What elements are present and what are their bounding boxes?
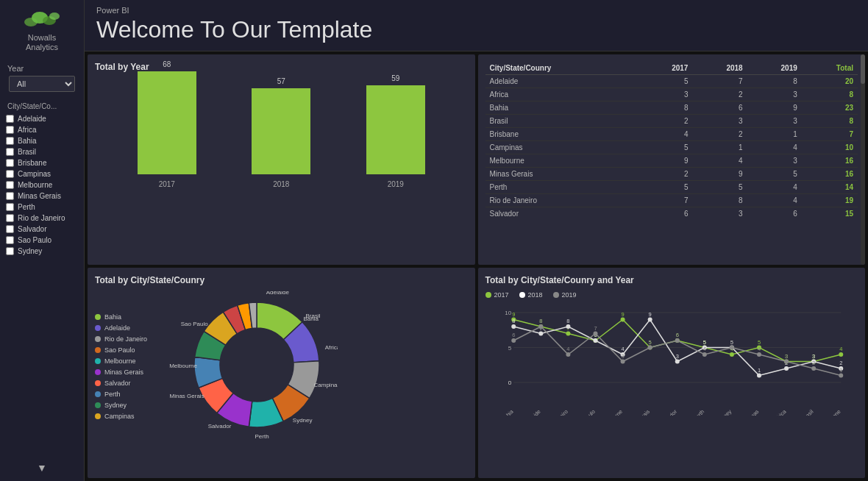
table-cell: 5: [692, 181, 747, 194]
table-card: City/State/Counry201720182019TotalAdelai…: [478, 54, 866, 265]
data-value-label: 5: [648, 339, 651, 346]
table-cell: 2: [638, 168, 692, 181]
legend-label: Adelaide: [104, 324, 130, 332]
line-chart: 0510987695654533487864935512326847356454…: [485, 302, 858, 419]
table-cell: 1: [747, 128, 802, 141]
bar-year-label: 2019: [388, 180, 404, 188]
x-axis-label: Minas Gerais: [623, 408, 651, 416]
table-row: Minas Gerais29516: [485, 168, 858, 181]
sidebar-list-item[interactable]: Sao Paulo: [6, 236, 78, 244]
donut-chart-title: Total by City/State/Counry: [95, 275, 468, 285]
data-point: [839, 374, 843, 378]
data-point: [647, 346, 652, 350]
page-title: Welcome To Our Template: [96, 16, 856, 43]
sidebar-list-item[interactable]: Perth: [6, 203, 78, 211]
x-axis-label: Campinas: [738, 408, 760, 416]
sidebar-list-item[interactable]: Africa: [6, 126, 78, 134]
x-axis-label: Rio de Janeiro: [539, 408, 569, 416]
sidebar-list-item[interactable]: Melbourne: [6, 181, 78, 189]
svg-text:5: 5: [508, 345, 511, 352]
year-filter-select[interactable]: All 2017 2018 2019: [9, 76, 75, 92]
donut-legend-item: Rio de Janeiro: [95, 335, 154, 343]
data-point: [566, 332, 570, 336]
table-row: Africa3238: [485, 88, 858, 101]
sidebar-list-item[interactable]: Campinas: [6, 170, 78, 178]
sidebar-list-item[interactable]: Salvador: [6, 225, 78, 233]
bar-year-label: 2017: [159, 180, 175, 188]
table-cell: Bahia: [485, 101, 638, 115]
table-header: 2019: [747, 62, 802, 75]
data-value-label: 3: [812, 353, 815, 360]
data-value-label: 9: [621, 311, 624, 318]
data-point: [566, 352, 570, 357]
donut-label: Sydney: [293, 417, 313, 424]
donut-label: Campinas: [314, 382, 338, 388]
data-value-label: 5: [757, 339, 760, 346]
data-point: [757, 352, 761, 357]
sidebar-list-item[interactable]: Brasil: [6, 148, 78, 156]
x-axis-label: Bahia: [499, 407, 515, 416]
scrollbar[interactable]: [861, 54, 865, 265]
donut-legend-item: Bahia: [95, 313, 154, 321]
table-cell: Rio de Janeiro: [485, 194, 638, 207]
sidebar-list-item[interactable]: Minas Gerais: [6, 192, 78, 200]
data-point: [511, 324, 516, 329]
data-value-label: 9: [512, 311, 515, 318]
donut-legend-item: Melbourne: [95, 357, 154, 365]
table-cell: 9: [638, 154, 692, 168]
data-value-label: 2: [812, 360, 815, 366]
table-header: City/State/Counry: [485, 62, 638, 75]
table-scroll[interactable]: City/State/Counry201720182019TotalAdelai…: [485, 62, 858, 216]
legend-dot: [95, 391, 101, 397]
table-cell: 10: [802, 141, 858, 154]
sidebar-list-item[interactable]: Bahia: [6, 137, 78, 145]
scroll-down-icon[interactable]: ▼: [37, 462, 47, 474]
data-value-label: 4: [702, 346, 705, 352]
line-legend-label: 2017: [494, 291, 509, 299]
data-value-label: 4: [566, 346, 569, 352]
table-cell: 2: [638, 115, 692, 128]
year-filter-label: Year: [0, 64, 24, 73]
bar[interactable]: [138, 71, 196, 174]
main-content: Power BI Welcome To Our Template Total b…: [85, 0, 868, 481]
data-point: [702, 352, 706, 357]
data-point: [784, 366, 789, 371]
donut-label: Melbourne: [169, 363, 197, 369]
x-axis-label: Adelaide: [522, 408, 541, 416]
table-cell: Brisbane: [485, 128, 638, 141]
bar-value-label: 57: [277, 77, 285, 85]
bar-value-label: 59: [391, 74, 399, 82]
data-value-label: 6: [512, 332, 515, 338]
donut-legend-item: Campinas: [95, 413, 154, 420]
sidebar-list-item[interactable]: Adelaide: [6, 115, 78, 123]
line-legend-dot: [519, 292, 525, 298]
table-cell: 20: [802, 75, 858, 88]
sidebar-list-item[interactable]: Rio de Janeiro: [6, 214, 78, 222]
legend-dot: [95, 369, 101, 375]
sidebar-list-item[interactable]: Sydney: [6, 247, 78, 255]
table-cell: 9: [692, 168, 747, 181]
bar[interactable]: [366, 85, 425, 174]
line-legend-dot: [485, 292, 491, 298]
donut-legend-item: Perth: [95, 391, 154, 398]
table-cell: 14: [802, 181, 858, 194]
bar[interactable]: [252, 88, 310, 174]
legend-label: Perth: [104, 391, 121, 398]
data-value-label: 2: [839, 360, 842, 366]
x-axis-label: Perth: [691, 408, 705, 416]
table-cell: Adelaide: [485, 75, 638, 88]
table-row: Bahia86923: [485, 101, 858, 115]
bar-group: 68 2017: [138, 60, 196, 188]
table-row: Campinas51410: [485, 141, 858, 154]
table-cell: 9: [747, 101, 802, 115]
sidebar-list-item[interactable]: Brisbane: [6, 159, 78, 167]
legend-dot: [95, 402, 101, 408]
bar-group: 59 2019: [366, 74, 425, 188]
table-cell: 5: [638, 181, 692, 194]
donut-label: Bahia: [303, 316, 319, 322]
brand-name: Nowalls: [28, 33, 57, 43]
city-filter-label: City/State/Co...: [0, 102, 57, 110]
table-cell: 4: [747, 181, 802, 194]
x-axis-label: Brasil: [800, 408, 814, 416]
x-axis-label: Melbourne: [600, 408, 623, 416]
